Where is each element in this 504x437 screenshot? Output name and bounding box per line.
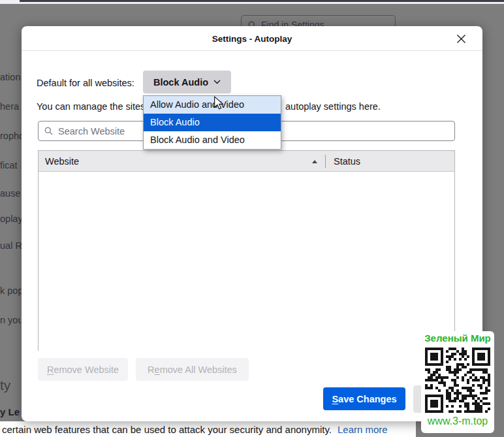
sidebar-item-fragment: ause: [0, 188, 20, 199]
watermark: Зеленый Мир www.3-m.top: [421, 331, 494, 433]
access-key: e: [155, 364, 160, 375]
autoplay-options-menu: Allow Audio and Video Block Audio Block …: [143, 95, 281, 150]
websites-table: Website Status: [38, 150, 455, 351]
sidebar-item-fragment: ropho: [0, 131, 24, 141]
default-websites-label: Default for all websites:: [37, 78, 134, 88]
access-key: S: [332, 394, 338, 404]
background-heading-fragment: ty: [0, 378, 10, 393]
dialog-header: Settings - Autoplay: [22, 26, 482, 51]
chevron-down-icon: [213, 80, 221, 84]
browser-window-edge: [20, 0, 504, 2]
column-header-website[interactable]: Website: [45, 151, 79, 172]
save-changes-button[interactable]: Save Changes: [323, 387, 405, 410]
autoplay-default-dropdown[interactable]: Block Audio: [143, 71, 231, 93]
sidebar-item-fragment: n you: [0, 315, 23, 325]
sidebar-item-fragment: ual R: [0, 240, 22, 251]
table-header: Website Status: [39, 151, 454, 172]
qr-code: [425, 348, 490, 413]
menu-option-allow-audio-and-video[interactable]: Allow Audio and Video: [144, 96, 281, 114]
remove-all-websites-button[interactable]: Remove All Websites: [136, 358, 249, 381]
button-label-rest: emove Website: [54, 364, 119, 375]
button-label-p2: move All Websites: [160, 364, 237, 375]
sidebar-item-fragment: ation: [0, 72, 20, 82]
manage-sites-text: You can manage the sites: [37, 101, 145, 112]
column-divider: [325, 155, 326, 168]
learn-more-link[interactable]: Learn more: [338, 424, 388, 435]
sidebar-item-fragment: hera: [0, 101, 19, 112]
watermark-url: www.3-m.top: [421, 415, 494, 427]
menu-option-block-audio-and-video[interactable]: Block Audio and Video: [144, 131, 281, 149]
autoplay-settings-dialog: Settings - Autoplay Default for all webs…: [22, 26, 482, 421]
close-button[interactable]: [455, 33, 467, 44]
background-subheading-fragment: y Le: [0, 406, 20, 417]
sidebar-item-fragment: k pop: [0, 285, 23, 296]
close-icon: [456, 34, 466, 44]
sort-ascending-icon: [312, 160, 317, 163]
column-header-status[interactable]: Status: [334, 151, 360, 172]
button-label-p1: R: [148, 364, 154, 375]
dropdown-value: Block Audio: [153, 77, 208, 88]
menu-option-block-audio[interactable]: Block Audio: [144, 114, 281, 131]
page-footer-text: certain web features that can be used to…: [2, 424, 388, 435]
access-key: R: [47, 364, 54, 375]
sidebar-item-fragment: ficat: [0, 160, 18, 170]
dialog-title: Settings - Autoplay: [22, 26, 482, 52]
table-body-empty: [39, 172, 454, 351]
button-label-rest: ave Changes: [338, 394, 396, 404]
footer-sentence: certain web features that can be used to…: [2, 424, 332, 435]
screen: Find in Settings ation hera ropho ficat …: [0, 0, 504, 437]
sidebar-item-fragment: oplay: [0, 214, 23, 224]
manage-sites-text-tail: autoplay settings here.: [285, 101, 381, 112]
remove-website-button[interactable]: Remove Website: [38, 358, 128, 381]
watermark-title: Зеленый Мир: [421, 332, 494, 344]
